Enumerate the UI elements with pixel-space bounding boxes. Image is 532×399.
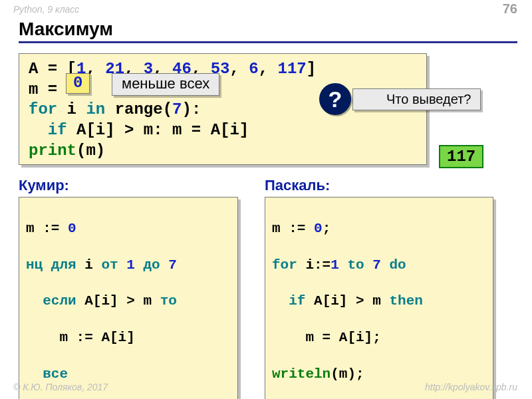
label-pascal: Паскаль:: [265, 177, 330, 194]
pascal-l5: writeln(m);: [272, 365, 486, 383]
page-number: 76: [503, 1, 517, 17]
code-line-5: print(m): [29, 141, 417, 162]
kumir-l2: нц для i от 1 до 7: [26, 256, 231, 274]
kumir-l1: m := 0: [26, 219, 231, 237]
code-line-4: if A[i] > m: m = A[i]: [29, 120, 417, 141]
title-underline: [19, 41, 517, 43]
callout-less-than-all: меньше всех: [112, 73, 219, 96]
course-label: Python, 9 класс: [13, 4, 79, 15]
kumir-l5: все: [26, 365, 231, 383]
slide: Python, 9 класс 76 Максимум A = [1, 21, …: [0, 0, 532, 399]
kumir-l4: m := A[i]: [26, 329, 231, 346]
callout-what-prints: Что выведет?: [352, 88, 481, 110]
pascal-l3: if A[i] > m then: [272, 292, 486, 310]
footer-url: http://kpolyakov.spb.ru: [425, 382, 517, 392]
slide-title: Максимум: [19, 19, 517, 40]
label-kumir: Кумир:: [19, 177, 69, 194]
pascal-l1: m := 0;: [272, 219, 486, 237]
pascal-code-box: m := 0; for i:=1 to 7 do if A[i] > m the…: [265, 197, 493, 399]
kumir-l3: если A[i] > m то: [26, 292, 231, 310]
answer-box: 117: [439, 145, 483, 168]
header: Python, 9 класс 76: [0, 0, 532, 20]
pascal-l2: for i:=1 to 7 do: [272, 256, 486, 274]
footer-copyright: © К.Ю. Поляков, 2017: [13, 382, 108, 392]
title-block: Максимум: [19, 19, 517, 43]
pascal-l4: m = A[i];: [272, 329, 486, 346]
kumir-code-box: m := 0 нц для i от 1 до 7 если A[i] > m …: [19, 197, 238, 399]
question-mark-icon: ?: [319, 83, 351, 115]
zero-highlight: 0: [66, 73, 90, 94]
